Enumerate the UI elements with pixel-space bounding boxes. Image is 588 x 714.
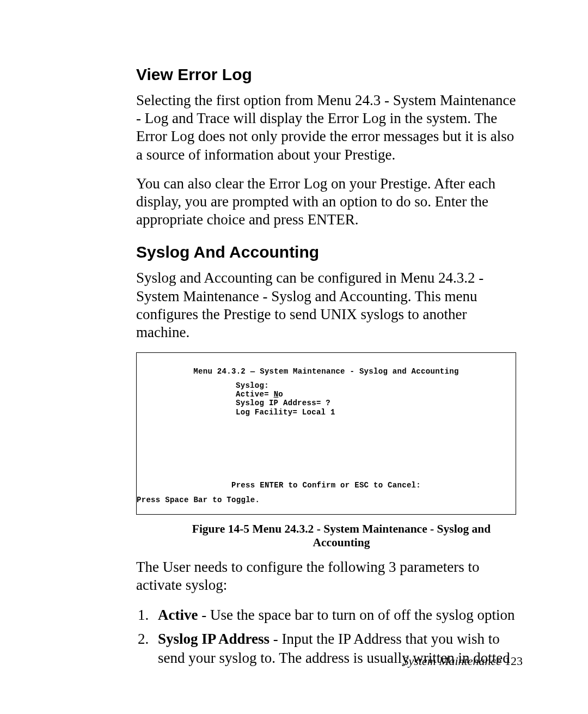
paragraph: You can also clear the Error Log on your…: [136, 175, 523, 229]
terminal-line: Active= No: [236, 390, 283, 399]
terminal-footer-line: Press Space Bar to Toggle.: [137, 496, 260, 504]
page-footer: System Maintenance123: [403, 654, 523, 668]
paragraph: The User needs to configure the followin…: [136, 558, 523, 594]
figure-caption: Figure 14-5 Menu 24.3.2 - System Mainten…: [136, 522, 517, 550]
list-item-term: Active: [158, 607, 198, 623]
list-item-term: Syslog IP Address: [158, 631, 270, 647]
terminal-screenshot: Menu 24.3.2 — System Maintenance - Syslo…: [136, 352, 516, 515]
list-item-desc: - Use the space bar to turn on of off th…: [198, 607, 514, 623]
heading-view-error-log: View Error Log: [136, 65, 523, 84]
terminal-title: Menu 24.3.2 — System Maintenance - Syslo…: [143, 367, 509, 376]
paragraph: Syslog and Accounting can be configured …: [136, 269, 523, 341]
footer-page-number: 123: [505, 654, 523, 668]
terminal-line: Log Facility= Local 1: [236, 408, 335, 417]
terminal-body: Syslog: Active= No Syslog IP Address= ? …: [236, 381, 509, 416]
list-item: Active - Use the space bar to turn on of…: [152, 606, 523, 625]
heading-syslog-accounting: Syslog And Accounting: [136, 243, 523, 261]
terminal-line: Syslog:: [236, 381, 269, 390]
terminal-confirm-line: Press ENTER to Confirm or ESC to Cancel:: [143, 481, 509, 490]
footer-chapter: System Maintenance: [403, 654, 501, 668]
paragraph: Selecting the first option from Menu 24.…: [136, 91, 523, 164]
terminal-line: Syslog IP Address= ?: [236, 399, 330, 407]
document-page: View Error Log Selecting the first optio…: [0, 0, 588, 714]
